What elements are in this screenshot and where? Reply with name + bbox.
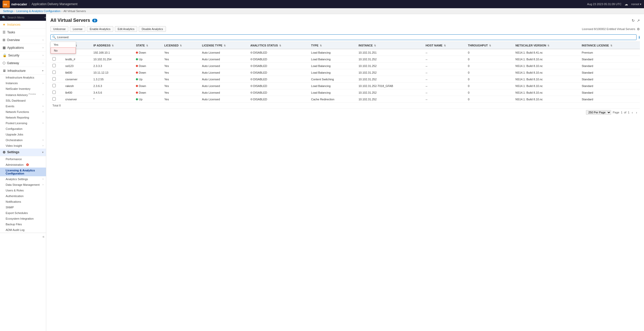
unlicense-button[interactable]: Unlicense: [50, 26, 68, 32]
user-menu[interactable]: nsroot ▾: [631, 3, 641, 6]
chevron-right-icon: ›: [43, 93, 43, 96]
sidebar-item-label: Upgrade Jobs: [6, 133, 23, 136]
edit-analytics-button[interactable]: Edit Analytics: [115, 26, 137, 32]
breadcrumb-settings[interactable]: Settings: [3, 9, 13, 13]
sidebar-search-input[interactable]: [7, 16, 43, 19]
row-analytics-status: DISABLED: [248, 89, 309, 96]
sidebar-collapse-button[interactable]: «: [44, 16, 46, 19]
next-page-button[interactable]: ›: [635, 111, 638, 114]
prev-page-button[interactable]: ‹: [631, 111, 633, 114]
row-hostname: --: [424, 83, 466, 89]
sidebar-item-backup-files[interactable]: Backup Files: [0, 221, 46, 227]
search-filter-row: 🔍 Yes No ℹ: [50, 34, 640, 40]
row-checkbox[interactable]: [52, 91, 56, 94]
disable-analytics-button[interactable]: Disable Analytics: [139, 26, 166, 32]
table-settings-icon[interactable]: ⚙: [637, 27, 640, 31]
row-ip: 2.3.3.3: [91, 63, 134, 69]
chevron-right-icon: ›: [43, 178, 43, 180]
sidebar-item-analytics-settings[interactable]: Analytics Settings ›: [0, 176, 46, 182]
sidebar-item-security[interactable]: 🔒 Security ›: [0, 52, 46, 59]
sidebar-item-label: Applications: [7, 46, 41, 50]
sidebar-item-authentication[interactable]: Authentication: [0, 193, 46, 199]
col-type: TYPE ⇅: [309, 42, 357, 49]
sidebar-item-administration[interactable]: Administration ●: [0, 162, 46, 168]
sidebar-item-ssl-dashboard[interactable]: SSL Dashboard: [0, 98, 46, 103]
sidebar-item-instance-advisory[interactable]: Instance Advisory Preview ›: [0, 92, 46, 98]
sidebar-item-label: Instances: [7, 23, 43, 26]
tasks-icon: ☰: [3, 30, 6, 34]
table-row: lb600 10.11.12.13 Down Yes Auto Licensed…: [50, 69, 640, 76]
sidebar-item-network-functions[interactable]: Network Functions ›: [0, 109, 46, 115]
search-dropdown: Yes No: [50, 42, 76, 54]
sidebar-item-settings[interactable]: ⚙ Settings ▾: [0, 149, 46, 156]
sidebar-item-label: Overview: [7, 38, 41, 42]
row-checkbox[interactable]: [52, 64, 56, 67]
enable-analytics-button[interactable]: Enable Analytics: [87, 26, 113, 32]
sidebar-item-label: Backup Files: [6, 223, 22, 226]
sidebar-item-ecosystem-integration[interactable]: Ecosystem Integration: [0, 216, 46, 221]
sidebar-item-infrastructure[interactable]: 🖥 Infrastructure ▾: [0, 67, 46, 75]
sidebar-item-applications[interactable]: ▦ Applications ›: [0, 44, 46, 52]
row-ip: *: [91, 96, 134, 103]
row-type: Load Balancing: [309, 89, 357, 96]
sidebar-item-video-insight[interactable]: Video Insight ›: [0, 143, 46, 149]
sidebar-item-infrastructure-analytics[interactable]: Infrastructure Analytics: [0, 75, 46, 80]
row-checkbox[interactable]: [52, 71, 56, 74]
sidebar-item-data-storage[interactable]: Data Storage Management ›: [0, 182, 46, 188]
sidebar-item-configuration[interactable]: Configuration: [0, 126, 46, 132]
row-type: Content Switching: [309, 76, 357, 83]
refresh-button[interactable]: ↻: [632, 18, 635, 23]
sidebar-item-orchestration[interactable]: Orchestration ›: [0, 137, 46, 143]
row-checkbox[interactable]: [52, 77, 56, 81]
sidebar-item-notifications[interactable]: Notifications: [0, 199, 46, 205]
sidebar-item-upgrade-jobs[interactable]: Upgrade Jobs: [0, 132, 46, 137]
sidebar-item-events[interactable]: Events ›: [0, 103, 46, 109]
per-page-select[interactable]: 250 Per Page 50 Per Page 100 Per Page: [586, 110, 611, 115]
sidebar-item-instances-sub[interactable]: Instances ›: [0, 80, 46, 86]
sidebar-item-netscaler-inventory[interactable]: NetScaler Inventory: [0, 86, 46, 92]
sidebar-item-snmp[interactable]: SNMP: [0, 205, 46, 210]
row-licensed: Yes: [162, 69, 200, 76]
sidebar-item-users-roles[interactable]: Users & Roles: [0, 188, 46, 193]
sidebar-collapse-icon[interactable]: «: [42, 235, 44, 239]
row-type: Load Balancing: [309, 69, 357, 76]
dropdown-item-no[interactable]: No: [51, 47, 76, 54]
license-button[interactable]: License: [70, 26, 85, 32]
sidebar-item-performance[interactable]: Performance: [0, 156, 46, 162]
row-analytics-status: DISABLED: [248, 76, 309, 83]
sidebar-item-adm-audit-log[interactable]: ADM Audit Log: [0, 227, 46, 233]
total-row: Total 8: [50, 103, 640, 108]
dropdown-item-yes[interactable]: Yes: [51, 42, 76, 47]
row-type: Load Balancing: [309, 63, 357, 69]
sidebar-item-licensing-analytics[interactable]: Licensing & Analytics Configuration: [0, 168, 46, 176]
sidebar-item-gateway[interactable]: ⬡ Gateway ›: [0, 59, 46, 67]
row-state: Down: [134, 49, 162, 56]
search-input[interactable]: [57, 36, 635, 39]
sidebar-item-network-reporting[interactable]: Network Reporting: [0, 115, 46, 120]
sidebar-item-label: ADM Audit Log: [6, 228, 24, 231]
row-checkbox[interactable]: [52, 57, 56, 61]
cloud-icon[interactable]: ☁: [624, 2, 628, 6]
row-throughput: 0: [466, 56, 513, 63]
chevron-down-icon: ▾: [42, 69, 43, 72]
export-button[interactable]: ↗: [637, 18, 640, 23]
row-checkbox-cell: [50, 63, 63, 69]
page-label: Page: [613, 111, 619, 114]
sidebar-item-pooled-licensing[interactable]: Pooled Licensing ›: [0, 120, 46, 126]
row-checkbox[interactable]: [52, 97, 56, 101]
info-icon[interactable]: ℹ: [639, 35, 640, 39]
sidebar-item-export-schedules[interactable]: Export Schedules: [0, 210, 46, 216]
sidebar-item-label: Gateway: [7, 61, 41, 65]
row-checkbox-cell: [50, 69, 63, 76]
sidebar-item-tasks[interactable]: ☰ Tasks: [0, 28, 46, 36]
sidebar-item-instances[interactable]: ★ Instances: [0, 21, 46, 28]
sidebar-item-label: SSL Dashboard: [6, 99, 25, 102]
breadcrumb-licensing[interactable]: Licensing & Analytics Configuration: [16, 9, 60, 13]
svg-text:ns: ns: [4, 3, 7, 6]
row-checkbox[interactable]: [52, 84, 56, 87]
sidebar-item-label: Settings: [7, 150, 41, 154]
row-analytics-status: DISABLED: [248, 96, 309, 103]
sidebar-item-overview[interactable]: ⊞ Overview ›: [0, 36, 46, 44]
row-checkbox-cell: [50, 83, 63, 89]
row-analytics-status: DISABLED: [248, 69, 309, 76]
